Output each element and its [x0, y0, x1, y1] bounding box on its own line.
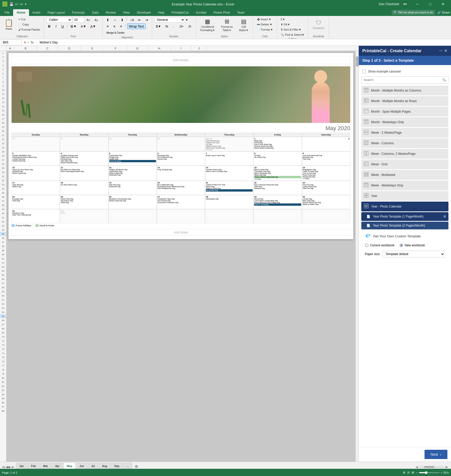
template-month-columns[interactable]: Month - Multiple Months as Columns	[361, 86, 448, 95]
row-num-82[interactable]: 82	[0, 384, 6, 388]
sheet-tab-jun[interactable]: Jun	[76, 463, 87, 469]
cal-cell-may13[interactable]: 13 Frog Jumping Day	[157, 166, 205, 181]
cal-cell-jun4[interactable]	[205, 209, 253, 223]
formula-input[interactable]	[39, 41, 450, 44]
cal-cell-may27[interactable]: 27 Cellophane Tape Day Sun Screen Day Su…	[157, 195, 205, 209]
row-num-69[interactable]: 69	[0, 331, 6, 335]
row-num-11[interactable]: 11	[0, 92, 6, 96]
sheet-tab-feb[interactable]: Feb	[28, 463, 39, 469]
panel-minimize-button[interactable]: ─	[439, 48, 442, 53]
close-button[interactable]: ✕	[437, 0, 449, 8]
quick-access-redo[interactable]: ↪	[20, 2, 23, 6]
row-num-61[interactable]: 61	[0, 298, 6, 302]
page-layout-view-button[interactable]: ⊟	[407, 471, 410, 474]
zoom-slider-thumb[interactable]	[425, 471, 427, 474]
delete-button[interactable]: ➖ Delete▼	[255, 22, 274, 27]
row-num-17[interactable]: 17	[0, 117, 6, 121]
cal-cell-may31[interactable]: 31 Macaroon Day Save Your Hearing Day	[12, 209, 60, 223]
tab-prev-button[interactable]: ◀	[6, 465, 8, 469]
next-button[interactable]: Next ›	[425, 450, 447, 459]
sheet-tab-aug[interactable]: Aug	[99, 463, 111, 469]
row-num-42[interactable]: 42	[0, 220, 6, 224]
currency-button[interactable]: $▼	[154, 23, 163, 29]
cal-cell-may15[interactable]: 15 Bike-to-Work Day Chocolate Chip Day N…	[253, 166, 302, 181]
find-select-button[interactable]: 🔍 Find & Select▼	[279, 32, 306, 37]
row-num-60[interactable]: 60	[0, 294, 6, 298]
cal-cell-jun1[interactable]: Jun Notes	[60, 209, 108, 223]
cal-cell-may30[interactable]: 30 Loomis Day Mint Julep Day Ronnie Jame…	[302, 195, 350, 209]
cal-cell-may28[interactable]: 28 Hamburger Day	[205, 195, 253, 209]
number-format-expand[interactable]: ▼	[186, 19, 188, 21]
font-color-button[interactable]: A▼	[89, 23, 98, 29]
wrap-text-button[interactable]: Wrap Text	[127, 23, 146, 29]
row-num-37[interactable]: 37	[0, 199, 6, 203]
merge-center-button[interactable]: Merge & Center	[105, 30, 126, 35]
row-num-73[interactable]: 73	[0, 347, 6, 351]
row-num-12[interactable]: 12	[0, 96, 6, 100]
decimal-increase[interactable]: .0+	[177, 23, 185, 29]
zoom-slider[interactable]	[419, 472, 440, 473]
row-num-62[interactable]: 62	[0, 302, 6, 306]
cancel-formula-icon[interactable]: ✕	[24, 41, 26, 44]
template-year-photo-2[interactable]: 📄 Year Photo Template (2 Pages/Month)	[361, 222, 448, 229]
indent-decrease[interactable]: ⇤	[136, 17, 143, 23]
row-num-86[interactable]: 86	[0, 401, 6, 405]
cal-cell-may24[interactable]: 24 Escargot Day Tiara Day	[12, 195, 60, 209]
cal-cell-may25[interactable]: 25 Geek Pride Day Tap Dance Day Towel Da…	[60, 195, 108, 209]
align-right[interactable]: ≡	[118, 23, 124, 29]
cal-cell-may20[interactable]: 20 Be a Millionaire Day Everybody Draw M…	[157, 181, 205, 195]
row-num-52[interactable]: 52	[0, 261, 6, 265]
quick-access-undo[interactable]: ↩	[15, 2, 18, 6]
template-week-weekdays[interactable]: Week - Weekdays Only	[361, 181, 448, 190]
row-num-32[interactable]: 32	[0, 178, 6, 183]
row-num-30[interactable]: 30	[0, 170, 6, 174]
template-year-photo[interactable]: Year - Photo Calendar	[361, 202, 448, 211]
row-num-56[interactable]: 56	[0, 277, 6, 281]
row-num-7[interactable]: 7	[0, 76, 6, 80]
normal-view-button[interactable]: ⊞	[403, 471, 405, 474]
col-header-f[interactable]: F	[104, 46, 127, 51]
row-num-18[interactable]: 18	[0, 121, 6, 125]
sensitivity-button[interactable]: 🛡 Sensitivity	[310, 17, 327, 32]
format-as-table-button[interactable]: ⊞ Format as Table▼	[219, 17, 235, 33]
template-week-grid[interactable]: Week - Grid	[361, 159, 448, 169]
row-num-66[interactable]: 66	[0, 318, 6, 322]
row-num-71[interactable]: 71	[0, 339, 6, 343]
row-num-84[interactable]: 84	[0, 392, 6, 397]
row-num-25[interactable]: 25	[0, 150, 6, 154]
tab-review[interactable]: Review	[102, 9, 119, 16]
tab-view[interactable]: View	[119, 9, 133, 16]
cal-cell-may19[interactable]: 19 Mau Piay Day Notebook Day	[108, 181, 157, 195]
col-header-i[interactable]: I	[171, 46, 191, 51]
row-num-58[interactable]: 58	[0, 285, 6, 290]
row-num-83[interactable]: 83	[0, 388, 6, 392]
row-num-10[interactable]: 10	[0, 88, 6, 92]
copy-button[interactable]: 📄 Copy	[17, 22, 42, 27]
decimal-decrease[interactable]: .0-	[186, 23, 194, 29]
cal-cell-may9[interactable]: 9 Lost Sock Memorial Day Moscato Day Tra…	[302, 151, 350, 166]
scroll-right-button[interactable]: ▶	[446, 465, 448, 469]
tab-first-button[interactable]: ⏮	[2, 465, 5, 469]
zoom-in-button[interactable]: +	[441, 471, 442, 474]
align-center[interactable]: ≡	[111, 23, 117, 29]
cal-cell-apr27[interactable]: 27	[60, 137, 108, 151]
row-num-75[interactable]: 75	[0, 355, 6, 360]
row-num-85[interactable]: 85	[0, 397, 6, 401]
search-icon[interactable]: 🔍	[440, 77, 448, 83]
row-num-81[interactable]: 81	[0, 380, 6, 384]
row-num-74[interactable]: 74	[0, 351, 6, 355]
align-left[interactable]: ≡	[105, 23, 111, 29]
row-num-67[interactable]: 67	[0, 322, 6, 327]
sheet-tab-more[interactable]: ...	[123, 463, 132, 469]
add-header-area[interactable]: Add header	[12, 56, 350, 64]
tab-team[interactable]: Team	[234, 9, 248, 16]
tab-page-layout[interactable]: Page Layout	[44, 9, 68, 16]
autosum-button[interactable]: Σ▼	[279, 17, 287, 22]
row-num-1[interactable]: 1	[0, 51, 6, 55]
template-week-2weeks[interactable]: Week - 2 Weeks/Page	[361, 128, 448, 138]
custom-template-row[interactable]: 💎 Get Your Own Custom Template	[361, 230, 448, 241]
new-workbook-option[interactable]: New workbook	[400, 244, 425, 247]
row-num-68[interactable]: 68	[0, 327, 6, 331]
cal-cell-may23[interactable]: 23 Don't Fry Day Lucky Penny Day Tithe T…	[302, 181, 350, 195]
row-num-63[interactable]: 63	[0, 306, 6, 310]
